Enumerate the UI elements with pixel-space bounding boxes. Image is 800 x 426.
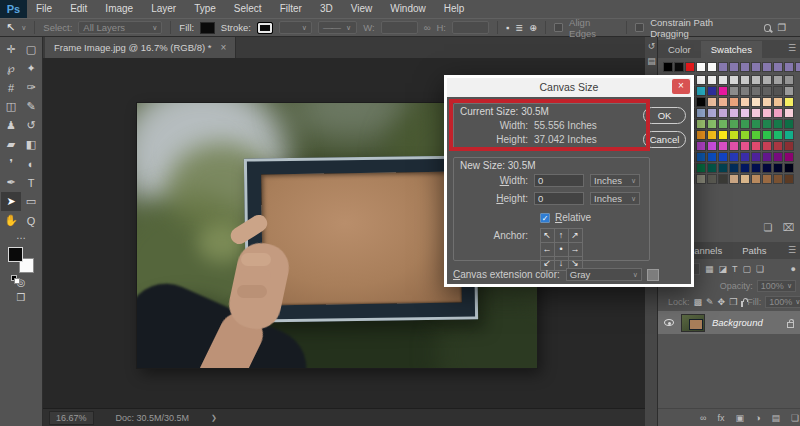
swatch[interactable]: [740, 62, 750, 72]
swatch[interactable]: [762, 97, 772, 107]
swatch[interactable]: [718, 97, 728, 107]
swatch[interactable]: [784, 141, 794, 151]
swatch[interactable]: [729, 163, 739, 173]
swatch[interactable]: [663, 62, 673, 72]
cancel-button[interactable]: Cancel: [643, 131, 686, 148]
swatch[interactable]: [751, 163, 761, 173]
lock-pixels-icon[interactable]: ✎: [706, 297, 714, 307]
swatch[interactable]: [707, 108, 717, 118]
dialog-close-icon[interactable]: ×: [672, 79, 690, 94]
swatch[interactable]: [773, 119, 783, 129]
anchor-center[interactable]: •: [554, 242, 569, 257]
tool-button[interactable]: Q: [21, 211, 41, 230]
canvas-extension-dropdown[interactable]: Gray∨: [566, 268, 642, 281]
swatch[interactable]: [773, 141, 783, 151]
tool-button[interactable]: ◧: [21, 135, 41, 154]
swatch[interactable]: [784, 97, 794, 107]
swatch[interactable]: [707, 163, 717, 173]
tab-color[interactable]: Color: [658, 41, 701, 58]
stroke-width-dropdown[interactable]: ∨: [279, 21, 312, 34]
opacity-value-field[interactable]: 100%∨: [757, 280, 796, 292]
swatch[interactable]: [751, 174, 761, 184]
swatch[interactable]: [707, 75, 717, 85]
swatch[interactable]: [740, 75, 750, 85]
zoom-level-field[interactable]: 16.67%: [49, 411, 94, 425]
swatch[interactable]: [751, 62, 761, 72]
shape-width-input[interactable]: [381, 21, 418, 34]
swatch[interactable]: [729, 97, 739, 107]
select-layers-dropdown[interactable]: All Layers∨: [78, 21, 162, 34]
menu-item-edit[interactable]: Edit: [61, 0, 96, 18]
swatch[interactable]: [707, 119, 717, 129]
swatch[interactable]: [784, 152, 794, 162]
swatch[interactable]: [729, 130, 739, 140]
swatch[interactable]: [696, 86, 706, 96]
swatch[interactable]: [718, 141, 728, 151]
swatch[interactable]: [696, 152, 706, 162]
swatch[interactable]: [740, 141, 750, 151]
swatch[interactable]: [762, 75, 772, 85]
new-width-input[interactable]: 0: [534, 174, 584, 187]
layer-style-fx-icon[interactable]: fx: [717, 413, 724, 423]
tool-button[interactable]: ◐: [21, 154, 41, 173]
anchor-top[interactable]: ↑: [554, 228, 569, 243]
lock-position-icon[interactable]: ✥: [718, 297, 726, 307]
swatch[interactable]: [773, 108, 783, 118]
lock-all-icon[interactable]: [741, 301, 743, 307]
swatch[interactable]: [729, 108, 739, 118]
swatch[interactable]: [707, 86, 717, 96]
anchor-top-right[interactable]: ↗: [568, 228, 583, 243]
anchor-right[interactable]: →: [568, 242, 583, 257]
close-tab-icon[interactable]: ×: [220, 42, 226, 53]
toolbar-more-icon[interactable]: …: [0, 230, 42, 241]
tool-button[interactable]: ✑: [21, 78, 41, 97]
swatch[interactable]: [740, 152, 750, 162]
swatch[interactable]: [729, 174, 739, 184]
shape-height-input[interactable]: [452, 21, 489, 34]
swatch[interactable]: [707, 62, 717, 72]
swatch[interactable]: [718, 152, 728, 162]
ok-button[interactable]: OK: [643, 107, 686, 124]
tool-button[interactable]: ➤: [1, 192, 21, 211]
swatch[interactable]: [762, 119, 772, 129]
menu-item-3d[interactable]: 3D: [311, 0, 342, 18]
screen-mode-icon[interactable]: ❒: [0, 292, 42, 303]
swatch[interactable]: [740, 130, 750, 140]
swatch[interactable]: [773, 86, 783, 96]
dialog-title-bar[interactable]: Canvas Size ×: [447, 78, 691, 97]
swatch[interactable]: [685, 62, 695, 72]
link-dimensions-icon[interactable]: ∞: [424, 22, 431, 33]
new-swatch-icon[interactable]: ❏: [764, 222, 773, 233]
layer-mask-icon[interactable]: ▣: [735, 413, 744, 423]
menu-item-layer[interactable]: Layer: [142, 0, 185, 18]
swatch[interactable]: [751, 108, 761, 118]
foreground-background-swatches[interactable]: [8, 247, 34, 273]
swatch[interactable]: [784, 119, 794, 129]
anchor-top-left[interactable]: ↖: [540, 228, 555, 243]
status-chevron-icon[interactable]: ❯: [211, 414, 217, 422]
foreground-color-swatch[interactable]: [8, 247, 23, 262]
swatch[interactable]: [773, 75, 783, 85]
swatch[interactable]: [696, 119, 706, 129]
swatch[interactable]: [740, 119, 750, 129]
swatch[interactable]: [751, 152, 761, 162]
tab-paths[interactable]: Paths: [732, 242, 776, 259]
swatch[interactable]: [784, 108, 794, 118]
swatch[interactable]: [773, 62, 783, 72]
align-edges-checkbox[interactable]: [554, 23, 563, 32]
swatch[interactable]: [707, 97, 717, 107]
tool-button[interactable]: T: [21, 173, 41, 192]
swatch[interactable]: [740, 108, 750, 118]
swatch[interactable]: [773, 97, 783, 107]
tool-button[interactable]: ↺: [21, 116, 41, 135]
swatch[interactable]: [696, 108, 706, 118]
swatch[interactable]: [751, 86, 761, 96]
menu-item-image[interactable]: Image: [96, 0, 142, 18]
swatch[interactable]: [773, 130, 783, 140]
tool-button[interactable]: ▢: [21, 40, 41, 59]
swatch[interactable]: [718, 62, 728, 72]
swatch[interactable]: [751, 75, 761, 85]
swatch[interactable]: [674, 62, 684, 72]
tool-button[interactable]: #: [1, 78, 21, 97]
swatch[interactable]: [751, 97, 761, 107]
